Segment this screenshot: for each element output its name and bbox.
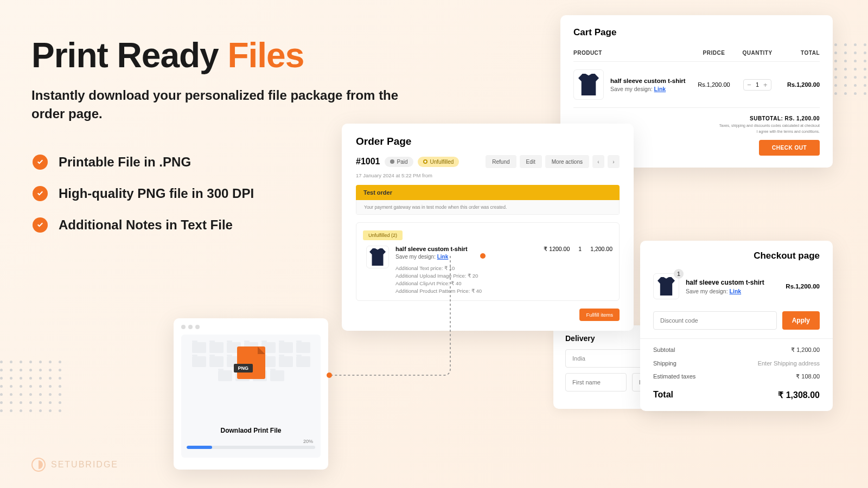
design-link[interactable]: Link [654,86,666,92]
order-item-section: Unfulfilled (2) half sleeve custom t-shi… [356,222,620,301]
order-card: Order Page #1001 Paid Unfulfilled Refund… [342,124,634,331]
check-icon [33,155,48,170]
decor-dots-left [0,361,63,412]
feature-item: Printable File in .PNG [33,155,254,170]
product-sub: Save my design: Link [610,86,686,92]
discount-input[interactable] [653,311,777,330]
fulfill-button[interactable]: Fullfill items [579,309,620,321]
progress-bar [187,446,315,449]
more-actions-button[interactable]: More actions [545,155,589,168]
hero: Print Ready Files Instantly download you… [31,35,433,123]
summary-line: Estimated taxes₹ 108.00 [640,370,833,383]
paid-badge: Paid [385,157,413,167]
order-date: 17 January 2024 at 5:22 PM from [342,172,634,185]
unfulfilled-count-badge: Unfulfilled (2) [363,230,403,240]
checkout-title: Checkout page [640,241,833,269]
qty-stepper[interactable]: − 1 + [743,79,771,91]
test-banner: Test order Your payment gateway was in t… [356,185,620,215]
order-bar: #1001 Paid Unfulfilled Refund Edit More … [342,155,634,172]
product-thumb [366,246,389,268]
qty-badge: 1 [674,269,684,279]
brand-name: SETUBRIDGE [51,460,118,470]
connector-dot [327,373,332,378]
connector-dot [480,253,486,259]
edit-button[interactable]: Edit [520,155,542,168]
order-title: Order Page [342,124,634,155]
summary-line: ShippingEnter Shipping address [640,357,833,370]
product-name: half sleeve custom t-shirt [686,279,779,286]
download-percent: 20% [187,439,315,444]
brand-logo: SETUBRIDGE [31,458,118,472]
product-name: half sleeve custom t-shirt [610,78,686,84]
apply-button[interactable]: Apply [782,311,820,330]
hero-title: Print Ready Files [31,35,433,75]
checkout-card: Checkout page 1 half sleeve custom t-shi… [640,241,833,411]
checkout-total: Total₹ 1,308.00 [640,383,833,411]
window-dots [181,325,321,329]
additional-prices: Additional Text price: ₹ 10 Additional U… [395,265,537,294]
download-card: PNG Downlaod Print File 20% [174,318,328,470]
design-link[interactable]: Link [730,288,742,294]
check-icon [33,186,48,201]
feature-item: High-quality PNG file in 300 DPI [33,186,254,201]
feature-item: Additional Notes in Text File [33,217,254,233]
qty-minus-icon[interactable]: − [747,81,751,89]
chevron-left-icon: ‹ [597,159,599,165]
cart-title: Cart Page [573,27,820,38]
item-total: Rs.1,200.00 [779,81,820,88]
chevron-right-icon: › [612,159,614,165]
checkout-price: Rs.1,200.00 [786,283,820,290]
unfulfilled-badge: Unfulfilled [418,157,459,167]
item-price: Rs.1,200.00 [692,81,736,88]
next-button[interactable]: › [608,155,620,168]
product-thumb [573,69,604,100]
refund-button[interactable]: Refund [486,155,516,168]
order-id: #1001 [356,157,380,166]
cart-header: PRODUCT PRIDCE QUANTITY TOTAL [573,50,820,62]
download-label: Downlaod Print File [187,427,315,434]
hero-subtitle: Instantly download your personalized fil… [31,86,433,123]
first-name-input[interactable] [565,373,627,391]
checkout-button[interactable]: CHECK OUT [759,140,820,156]
design-link[interactable]: Link [437,254,449,260]
logo-icon [31,458,46,472]
product-name: half sleeve custom t-shirt [395,246,537,252]
qty-plus-icon[interactable]: + [763,81,768,89]
feature-list: Printable File in .PNG High-quality PNG … [33,155,254,249]
png-file-icon: PNG [237,346,265,379]
prev-button[interactable]: ‹ [592,155,604,168]
checkout-item: 1 half sleeve custom t-shirt Save my des… [653,273,820,299]
summary-line: Subtotal₹ 1,200.00 [640,343,833,357]
check-icon [33,217,48,233]
cart-item: half sleeve custom t-shirt Save my desig… [573,62,820,107]
subtotal: SUBTOTAL: RS. 1,200.00 [573,115,820,121]
order-price: ₹ 1200.00 1 1,200.00 [544,246,612,294]
